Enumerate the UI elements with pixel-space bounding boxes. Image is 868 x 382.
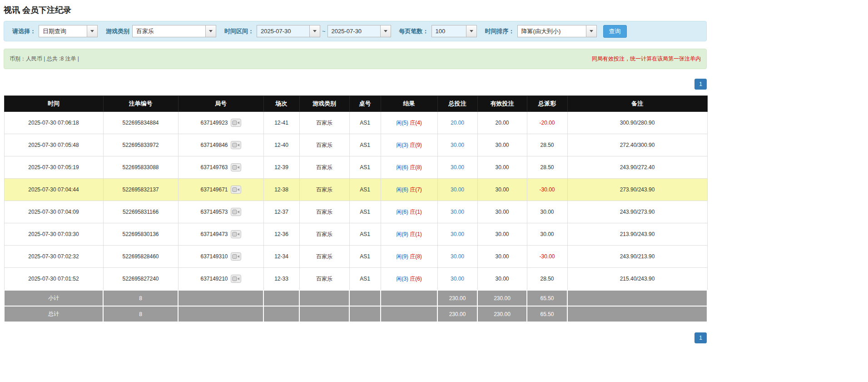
cell-payout: 28.50 <box>527 134 567 156</box>
page-size-input[interactable] <box>432 25 466 37</box>
cell-game-type: 百家乐 <box>299 246 349 268</box>
cell-game-type: 百家乐 <box>299 179 349 201</box>
page-size-dropdown-button[interactable] <box>466 25 476 37</box>
cell-table-no: AS1 <box>349 268 381 291</box>
column-header: 有效投注 <box>477 96 527 112</box>
summary-label: 总计 <box>4 306 103 322</box>
cell-time: 2025-07-30 07:03:30 <box>4 223 103 246</box>
valid-bet-notice: 同局有效投注，统一计算在该局第一张注单内 <box>592 55 701 63</box>
cell-result: 闲(6) 庄(7) <box>381 179 437 201</box>
round-video-button[interactable] <box>231 275 241 283</box>
payout-value: 28.50 <box>540 164 554 171</box>
cell-time: 2025-07-30 07:04:44 <box>4 179 103 201</box>
cell-remark: 300.90/280.90 <box>567 112 707 134</box>
date-from-input[interactable] <box>257 25 309 37</box>
result-player: 闲(6) <box>396 186 408 193</box>
summary-empty <box>263 306 299 322</box>
cell-valid-bet: 30.00 <box>477 223 527 246</box>
summary-count: 8 <box>103 306 178 322</box>
total-bet-link[interactable]: 30.00 <box>451 253 464 260</box>
result-banker: 庄(4) <box>410 120 422 126</box>
video-replay-icon <box>231 186 241 194</box>
cell-result: 闲(9) 庄(8) <box>381 246 437 268</box>
date-to-dropdown-button[interactable] <box>380 25 391 37</box>
total-bet-link[interactable]: 30.00 <box>451 209 464 215</box>
round-video-button[interactable] <box>231 163 241 171</box>
cell-total-bet: 30.00 <box>437 223 477 246</box>
summary-valid-bet: 230.00 <box>477 306 527 322</box>
query-type-dropdown-button[interactable] <box>87 25 97 37</box>
cell-session: 12-33 <box>263 268 299 291</box>
total-bet-link[interactable]: 30.00 <box>451 276 464 282</box>
date-to-input[interactable] <box>328 25 380 37</box>
cell-table-no: AS1 <box>349 134 381 156</box>
game-type-input[interactable] <box>133 25 205 37</box>
cell-session: 12-34 <box>263 246 299 268</box>
game-type-dropdown-button[interactable] <box>205 25 216 37</box>
payout-value: 30.00 <box>540 209 554 215</box>
query-type-input[interactable] <box>39 25 87 37</box>
cell-session: 12-36 <box>263 223 299 246</box>
round-video-button[interactable] <box>231 119 241 127</box>
total-bet-link[interactable]: 30.00 <box>451 142 464 148</box>
game-type-select[interactable] <box>132 25 216 37</box>
pagination-top: 1 <box>4 79 707 90</box>
cell-table-no: AS1 <box>349 201 381 223</box>
round-video-button[interactable] <box>231 141 241 149</box>
cell-result: 闲(6) 庄(1) <box>381 201 437 223</box>
cell-game-type: 百家乐 <box>299 201 349 223</box>
date-from-select[interactable] <box>257 25 320 37</box>
pagination-page-1[interactable]: 1 <box>694 79 707 90</box>
table-row: 2025-07-30 07:06:18522695834884637149923… <box>4 112 707 134</box>
cell-table-no: AS1 <box>349 179 381 201</box>
video-replay-icon <box>231 163 241 171</box>
cell-remark: 272.40/300.90 <box>567 134 707 156</box>
cell-total-bet: 30.00 <box>437 201 477 223</box>
search-button[interactable]: 查询 <box>603 25 627 38</box>
round-video-button[interactable] <box>231 252 241 261</box>
cell-game-type: 百家乐 <box>299 156 349 179</box>
total-bet-link[interactable]: 30.00 <box>451 186 464 193</box>
total-bet-link[interactable]: 20.00 <box>451 120 464 126</box>
cell-payout: 30.00 <box>527 223 567 246</box>
cell-payout: 28.50 <box>527 268 567 291</box>
cell-time: 2025-07-30 07:02:32 <box>4 246 103 268</box>
cell-payout: 30.00 <box>527 201 567 223</box>
cell-bet-id: 522695831166 <box>103 201 178 223</box>
game-type-label: 游戏类别 <box>106 27 129 35</box>
query-type-select[interactable] <box>39 25 98 37</box>
cell-bet-id: 522695830136 <box>103 223 178 246</box>
table-row: 2025-07-30 07:04:44522695832137637149671… <box>4 179 707 201</box>
cell-time: 2025-07-30 07:01:52 <box>4 268 103 291</box>
column-header: 总投注 <box>437 96 477 112</box>
summary-empty <box>381 290 437 306</box>
cell-remark: 213.90/243.90 <box>567 223 707 246</box>
cell-valid-bet: 30.00 <box>477 246 527 268</box>
date-from-dropdown-button[interactable] <box>309 25 320 37</box>
cell-bet-id: 522695834884 <box>103 112 178 134</box>
round-video-button[interactable] <box>231 230 241 238</box>
summary-count: 8 <box>103 290 178 306</box>
result-player: 闲(5) <box>396 120 408 126</box>
pagination-page-1[interactable]: 1 <box>694 332 707 343</box>
records-table-head: 时间注单编号局号场次游戏类别桌号结果总投注有效投注总派彩备注 <box>4 96 707 112</box>
column-header: 备注 <box>567 96 707 112</box>
sort-select[interactable] <box>517 25 597 37</box>
result-banker: 庄(8) <box>410 164 422 171</box>
page-size-select[interactable] <box>432 25 477 37</box>
records-table: 时间注单编号局号场次游戏类别桌号结果总投注有效投注总派彩备注 2025-07-3… <box>4 96 708 322</box>
payout-value: -30.00 <box>539 186 555 193</box>
cell-time: 2025-07-30 07:04:09 <box>4 201 103 223</box>
result-banker: 庄(1) <box>410 231 422 237</box>
sort-input[interactable] <box>518 25 586 37</box>
round-video-button[interactable] <box>231 186 241 194</box>
total-bet-link[interactable]: 30.00 <box>451 164 464 171</box>
total-bet-link[interactable]: 30.00 <box>451 231 464 237</box>
summary-empty <box>381 306 437 322</box>
date-to-select[interactable] <box>327 25 391 37</box>
cell-session: 12-37 <box>263 201 299 223</box>
sort-dropdown-button[interactable] <box>586 25 596 37</box>
cell-round-id: 637149923 <box>178 112 263 134</box>
cell-remark: 243.90/213.90 <box>567 246 707 268</box>
round-video-button[interactable] <box>231 208 241 216</box>
